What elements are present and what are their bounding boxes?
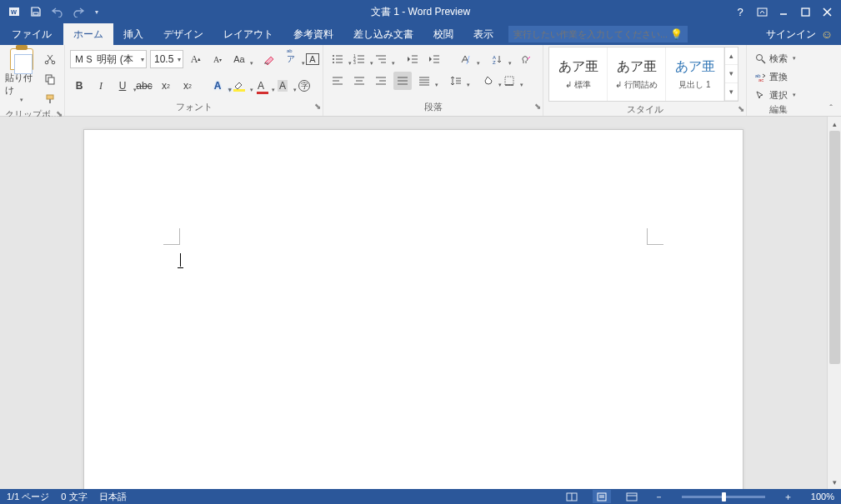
enclose-char-icon[interactable]: 字 (295, 77, 313, 95)
decrease-indent-icon[interactable] (403, 50, 422, 68)
paste-button[interactable]: 貼り付け ▾ (5, 48, 38, 103)
zoom-out-icon[interactable]: － (653, 491, 665, 503)
zoom-level[interactable]: 100% (811, 492, 834, 502)
strikethrough-icon[interactable]: abc (135, 77, 153, 95)
bullets-icon[interactable] (328, 50, 347, 68)
tab-design[interactable]: デザイン (153, 23, 213, 45)
font-name-combo[interactable]: ＭＳ 明朝 (本▾ (70, 50, 147, 68)
close-icon[interactable] (818, 2, 836, 21)
maximize-icon[interactable] (796, 2, 814, 21)
copy-icon[interactable] (41, 70, 59, 88)
tab-review[interactable]: 校閲 (423, 23, 463, 45)
char-shading-icon[interactable]: A (273, 77, 292, 95)
tab-insert[interactable]: 挿入 (113, 23, 153, 45)
group-font: ＭＳ 明朝 (本▾ 10.5▾ A▴ A▾ Aa アab A B I U abc… (65, 45, 323, 116)
status-page[interactable]: 1/1 ページ (7, 491, 49, 503)
tab-view[interactable]: 表示 (463, 23, 503, 45)
numbering-icon[interactable]: 123 (350, 50, 368, 68)
tell-me-box[interactable]: 💡 (508, 26, 688, 42)
style-no-spacing[interactable]: あア亜 ↲ 行間詰め (608, 47, 666, 101)
group-paragraph: 123 AZ (323, 45, 543, 116)
italic-icon[interactable]: I (92, 77, 110, 95)
shrink-font-icon[interactable]: A▾ (208, 50, 227, 68)
grow-font-icon[interactable]: A▴ (187, 50, 205, 68)
find-button[interactable]: 検索▾ (752, 50, 799, 67)
web-layout-icon[interactable] (623, 490, 641, 503)
vertical-scrollbar[interactable]: ▴ ▾ (827, 117, 841, 489)
format-painter-icon[interactable] (41, 90, 59, 108)
styles-scroll-up-icon[interactable]: ▴ (725, 47, 738, 65)
sort-icon[interactable]: AZ (488, 50, 507, 68)
clear-formatting-icon[interactable] (260, 50, 278, 68)
font-launcher-icon[interactable]: ⬊ (314, 102, 321, 111)
select-button[interactable]: 選択▾ (752, 87, 799, 103)
print-layout-icon[interactable] (593, 490, 611, 503)
styles-expand-icon[interactable]: ▾ (725, 83, 738, 101)
qat-customize-icon[interactable]: ▾ (92, 2, 102, 21)
ribbon-tabs: ファイル ホーム 挿入 デザイン レイアウト 参考資料 差し込み文書 校閲 表示… (0, 23, 841, 45)
style-normal[interactable]: あア亜 ↲ 標準 (549, 47, 608, 101)
asian-layout-icon[interactable] (457, 50, 475, 68)
zoom-slider[interactable] (682, 496, 765, 498)
scroll-down-icon[interactable]: ▾ (828, 475, 841, 489)
underline-icon[interactable]: U (113, 77, 132, 95)
minimize-icon[interactable] (774, 2, 793, 21)
ribbon-display-icon[interactable] (753, 2, 771, 21)
group-font-label: フォント (176, 102, 213, 112)
help-icon[interactable]: ? (731, 2, 749, 21)
zoom-in-icon[interactable]: ＋ (782, 491, 794, 503)
zoom-slider-thumb[interactable] (722, 492, 726, 502)
styles-launcher-icon[interactable]: ⬊ (738, 104, 744, 113)
paste-icon (10, 48, 33, 70)
save-icon[interactable] (27, 2, 45, 21)
font-size-combo[interactable]: 10.5▾ (150, 50, 183, 68)
status-bar: 1/1 ページ 0 文字 日本語 － ＋ 100% (0, 489, 841, 504)
phonetic-guide-icon[interactable]: アab (282, 50, 300, 68)
borders-icon[interactable] (500, 72, 518, 90)
line-spacing-icon[interactable] (447, 72, 465, 90)
tab-file[interactable]: ファイル (0, 23, 63, 45)
replace-button[interactable]: abac 置換 (752, 68, 799, 85)
page[interactable] (83, 129, 743, 489)
change-case-icon[interactable]: Aa (230, 50, 248, 68)
word-icon[interactable]: w (5, 2, 23, 21)
styles-scroll-down-icon[interactable]: ▾ (725, 65, 738, 82)
increase-indent-icon[interactable] (425, 50, 443, 68)
styles-gallery: あア亜 ↲ 標準 あア亜 ↲ 行間詰め あア亜 見出し 1 ▴ ▾ ▾ (548, 47, 738, 102)
subscript-icon[interactable]: x2 (157, 77, 175, 95)
tab-home[interactable]: ホーム (63, 23, 113, 45)
undo-icon[interactable] (48, 2, 67, 21)
margin-crop-mark-tr (647, 228, 663, 245)
paragraph-launcher-icon[interactable]: ⬊ (534, 102, 541, 111)
sign-in-button[interactable]: サインイン ☺ (758, 23, 841, 45)
redo-icon[interactable] (70, 2, 88, 21)
align-left-icon[interactable] (328, 72, 347, 90)
tell-me-input[interactable] (513, 29, 683, 39)
multilevel-list-icon[interactable] (372, 50, 390, 68)
status-language[interactable]: 日本語 (99, 491, 127, 503)
font-color-icon[interactable]: A (252, 77, 270, 95)
svg-rect-56 (505, 77, 513, 85)
tab-references[interactable]: 参考資料 (283, 23, 343, 45)
shading-icon[interactable] (478, 72, 497, 90)
align-center-icon[interactable] (350, 72, 368, 90)
justify-icon[interactable] (393, 72, 412, 90)
cut-icon[interactable] (41, 50, 59, 68)
tab-layout[interactable]: レイアウト (213, 23, 283, 45)
style-heading1[interactable]: あア亜 見出し 1 (666, 47, 724, 101)
character-border-icon[interactable]: A (303, 50, 322, 68)
read-mode-icon[interactable] (563, 490, 581, 503)
bold-icon[interactable]: B (70, 77, 88, 95)
distributed-icon[interactable] (415, 72, 433, 90)
status-word-count[interactable]: 0 文字 (61, 491, 87, 503)
text-effects-icon[interactable]: A (208, 77, 227, 95)
align-right-icon[interactable] (372, 72, 390, 90)
highlight-icon[interactable] (230, 77, 248, 95)
tab-mailings[interactable]: 差し込み文書 (343, 23, 423, 45)
scroll-thumb[interactable] (829, 131, 840, 364)
styles-scroll: ▴ ▾ ▾ (724, 47, 738, 101)
scroll-up-icon[interactable]: ▴ (828, 117, 841, 131)
show-marks-icon[interactable] (517, 50, 535, 68)
superscript-icon[interactable]: x2 (178, 77, 197, 95)
collapse-ribbon-icon[interactable]: ˆ (824, 102, 838, 114)
